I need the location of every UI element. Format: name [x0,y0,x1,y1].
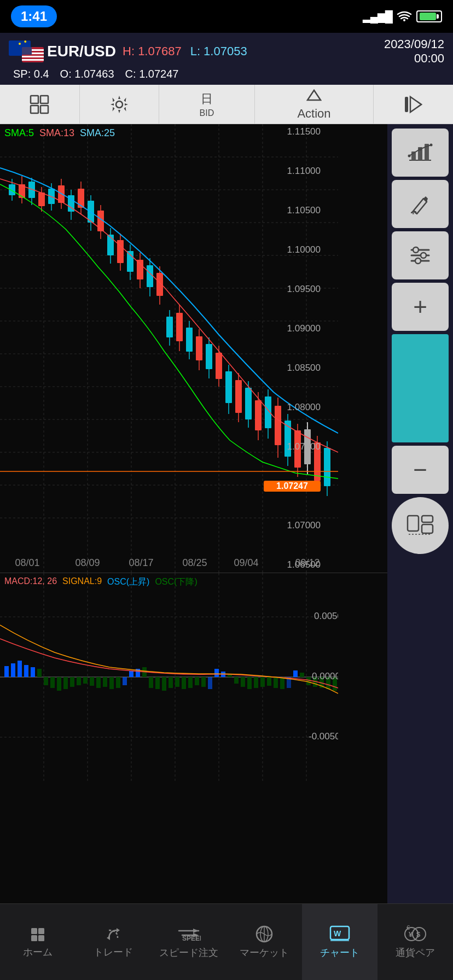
svg-text:08/17: 08/17 [129,557,153,568]
svg-rect-195 [38,928,44,934]
svg-rect-139 [123,677,127,685]
svg-rect-161 [267,677,271,686]
chart-type-icon [407,141,433,165]
svg-rect-136 [103,677,107,687]
macd-chart[interactable]: MACD:12, 26 SIGNAL:9 OSC(上昇) OSC(下降) [0,573,387,923]
gear-icon [109,95,129,114]
grid-button[interactable] [0,85,80,124]
macd-chart-svg: 0.00500 0.00000 -0.00500 [0,573,338,781]
svg-rect-153 [214,669,219,677]
chart-type-button[interactable] [392,129,449,177]
svg-rect-138 [116,677,120,688]
currency-icon: ¥$€ [404,925,427,943]
svg-rect-76 [196,336,202,360]
svg-rect-145 [162,677,166,691]
close-price: C: 1.07247 [125,68,179,80]
svg-rect-132 [77,677,81,685]
right-sidebar: + − [387,124,453,923]
svg-point-189 [421,253,426,258]
zoom-in-button[interactable]: + [392,283,449,331]
layout-icon [406,514,434,538]
svg-rect-147 [175,677,179,687]
svg-rect-140 [129,670,133,677]
svg-rect-7 [22,56,44,57]
svg-rect-12 [31,106,38,113]
nav-trade[interactable]: トレード [76,904,151,980]
draw-button[interactable] [392,180,449,228]
svg-point-188 [413,247,419,253]
svg-rect-16 [405,97,408,112]
nav-home[interactable]: ホーム [0,904,76,980]
svg-rect-193 [422,524,433,533]
svg-marker-17 [410,97,421,112]
grid-icon [30,95,49,114]
layout-button[interactable] [392,497,449,554]
svg-rect-80 [216,353,222,379]
svg-rect-160 [260,677,265,687]
pair-name: EUR/USD [47,43,116,60]
wifi-icon [397,11,412,22]
battery-icon [416,10,442,22]
svg-rect-144 [155,677,160,689]
nav-speed-order[interactable]: SPEED スピード注文 [151,904,226,980]
time-display: 1:41 [11,5,57,27]
nav-currency-pair[interactable]: ¥$€ 通貨ペア [378,904,453,980]
trade-icon [104,926,122,942]
svg-rect-127 [44,677,48,685]
zoom-out-button[interactable]: − [392,446,449,494]
bid-button[interactable]: 日 BID [159,85,254,124]
macd-label: MACD:12, 26 [4,576,57,588]
svg-rect-146 [169,677,173,688]
svg-rect-163 [280,677,284,689]
svg-rect-74 [186,328,193,352]
svg-rect-167 [306,677,311,685]
svg-text:€: € [406,925,410,931]
nav-chart[interactable]: W チャート [302,904,378,980]
market-icon [255,925,273,943]
svg-marker-200 [193,929,199,933]
svg-rect-86 [245,388,252,419]
play-button[interactable] [374,85,453,124]
svg-text:08/01: 08/01 [15,557,39,568]
settings-button[interactable] [80,85,160,124]
svg-point-181 [430,144,433,147]
price-chart[interactable]: SMA:5 SMA:13 SMA:25 [0,124,387,573]
main-chart[interactable]: SMA:5 SMA:13 SMA:25 [0,124,387,923]
home-label: ホーム [23,946,53,959]
svg-rect-84 [235,380,242,413]
svg-rect-44 [38,192,45,206]
svg-text:08/09: 08/09 [75,557,100,568]
svg-rect-135 [96,677,101,688]
svg-rect-165 [293,670,298,677]
sliders-icon [408,243,432,267]
nav-market[interactable]: マーケット [226,904,302,980]
svg-marker-199 [107,936,110,940]
market-label: マーケット [240,946,289,959]
header-prices: H: 1.07687 L: 1.07053 [123,44,247,59]
svg-rect-66 [147,265,153,287]
svg-text:$: $ [416,930,421,938]
svg-point-0 [403,19,405,21]
svg-rect-191 [408,516,419,531]
svg-text:0.00000: 0.00000 [312,671,338,681]
svg-rect-129 [57,677,61,691]
svg-point-190 [415,258,421,264]
header: EUR/USD H: 1.07687 L: 1.07053 2023/09/12… [0,33,453,85]
home-icon [29,926,47,942]
svg-rect-88 [255,400,262,430]
svg-rect-156 [234,677,239,684]
svg-rect-102 [324,448,330,486]
speed-label: スピード注文 [159,946,218,959]
svg-text:W: W [334,929,341,938]
action-button[interactable]: Action [255,85,374,124]
svg-rect-78 [206,344,212,369]
svg-point-3 [24,40,26,43]
svg-marker-15 [307,90,321,100]
chart-container: SMA:5 SMA:13 SMA:25 [0,124,453,923]
osc-dn-label: OSC(下降) [155,576,197,588]
flag-area: EUR/USD [9,40,116,62]
svg-rect-130 [63,677,68,689]
svg-rect-162 [274,677,278,688]
indicators-button[interactable] [392,231,449,279]
svg-rect-158 [247,677,252,689]
